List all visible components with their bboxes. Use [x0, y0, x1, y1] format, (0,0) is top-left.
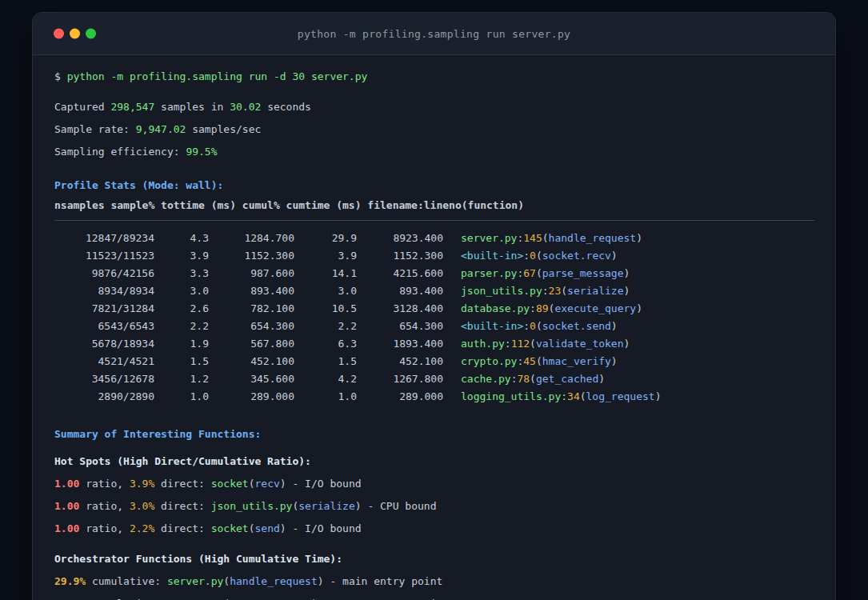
text-segment: auth.py — [461, 338, 505, 350]
text-segment: ( — [530, 373, 536, 385]
cell-tottime: 654.300 — [209, 318, 294, 335]
text-segment: parser.py — [461, 267, 517, 279]
text-segment: - main entry point — [324, 575, 443, 587]
capture-stats: Captured 298,547 samples in 30.02 second… — [54, 96, 814, 163]
text-segment: ) — [636, 232, 642, 244]
text-segment: 3.9% — [130, 478, 154, 490]
cell-cumul-pct: 1.5 — [294, 353, 357, 370]
cell-cumtime: 893.400 — [357, 282, 443, 300]
cell-sample-pct: 1.0 — [154, 388, 209, 406]
profile-stats-heading: Profile Stats (Mode: wall): — [54, 174, 814, 197]
text-segment: ( — [249, 522, 255, 534]
text-segment: send — [255, 522, 280, 534]
terminal-window: python -m profiling.sampling run server.… — [32, 12, 836, 600]
text-segment: serialize — [567, 285, 623, 297]
text-segment: 78 — [517, 373, 530, 385]
cell-nsamples: 7821/31284 — [54, 300, 154, 318]
text-segment: handle_request — [230, 575, 318, 587]
cell-nsamples: 8934/8934 — [54, 282, 154, 300]
text-segment: 89 — [536, 302, 549, 314]
text-segment: ( — [536, 250, 542, 262]
cell-cumul-pct: 1.0 — [294, 388, 357, 406]
zoom-button[interactable] — [86, 29, 96, 39]
cell-sample-pct: 3.9 — [154, 247, 209, 265]
text-segment: ratio, — [79, 500, 130, 512]
text-segment: ( — [536, 267, 542, 279]
text-segment: 9,947.02 — [136, 123, 186, 135]
cell-function: parser.py:67(parse_message) — [443, 265, 814, 282]
text-segment: direct: — [154, 500, 210, 512]
text-segment: 0 — [530, 250, 536, 262]
cell-cumul-pct: 2.2 — [294, 318, 357, 335]
text-segment: : — [530, 302, 536, 314]
text-segment: - I/O bound — [286, 478, 362, 490]
text-segment: 99.5% — [186, 146, 217, 158]
text-segment: crypto.py — [461, 355, 517, 367]
cell-sample-pct: 1.5 — [154, 353, 209, 370]
terminal-line: Captured 298,547 samples in 30.02 second… — [54, 96, 814, 118]
text-segment: ) — [611, 320, 618, 332]
cell-cumtime: 8923.400 — [357, 230, 443, 247]
terminal-line: Sampling efficiency: 99.5% — [54, 141, 814, 163]
text-segment: ) — [611, 250, 618, 262]
cell-nsamples: 9876/42156 — [54, 265, 154, 282]
cell-function: json_utils.py:23(serialize) — [443, 282, 814, 300]
text-segment: : — [542, 285, 549, 297]
text-segment: json_utils.py — [461, 285, 542, 297]
minimize-button[interactable] — [70, 29, 80, 39]
text-segment: ( — [542, 232, 549, 244]
stats-row: 9876/421563.3987.60014.14215.600parser.p… — [54, 265, 814, 282]
cell-tottime: 345.600 — [209, 370, 294, 388]
text-segment: <built-in> — [461, 250, 523, 262]
text-segment: 1.00 — [54, 522, 79, 534]
text-segment: 3.0% — [130, 500, 154, 512]
window-title: python -m profiling.sampling run server.… — [33, 28, 835, 40]
text-segment: handle_request — [549, 232, 637, 244]
text-segment: ratio, — [79, 522, 130, 534]
text-segment: ) — [636, 302, 642, 314]
cell-function: cache.py:78(get_cached) — [443, 370, 814, 388]
text-segment: validate_token — [536, 338, 624, 350]
cell-function: logging_utils.py:34(log_request) — [443, 388, 814, 406]
close-button[interactable] — [54, 29, 64, 39]
text-segment: 34 — [567, 390, 580, 402]
cell-cumtime: 1893.400 — [357, 335, 443, 353]
text-segment: : — [505, 338, 511, 350]
stats-row: 2890/28901.0289.0001.0289.000logging_uti… — [54, 388, 814, 406]
cell-function: auth.py:112(validate_token) — [443, 335, 814, 353]
cell-function: database.py:89(execute_query) — [443, 300, 814, 318]
cell-tottime: 289.000 — [209, 388, 294, 406]
terminal-line: 1.00 ratio, 3.9% direct: socket(recv) - … — [54, 473, 814, 495]
text-segment: seconds — [261, 101, 311, 113]
cell-cumul-pct: 3.9 — [294, 247, 357, 265]
text-segment: ) — [624, 338, 630, 350]
cell-tottime: 452.100 — [209, 353, 294, 370]
text-segment: get_cached — [536, 373, 598, 385]
cell-function: crypto.py:45(hmac_verify) — [443, 353, 814, 370]
text-segment: hmac_verify — [542, 355, 611, 367]
text-segment: : — [523, 320, 530, 332]
text-segment: ( — [249, 478, 255, 490]
text-segment: cache.py — [461, 373, 511, 385]
cell-cumul-pct: 29.9 — [294, 230, 357, 247]
stats-row: 5678/189341.9567.8006.31893.400auth.py:1… — [54, 335, 814, 353]
stats-row: 11523/115233.91152.3003.91152.300<built-… — [54, 247, 814, 265]
cell-sample-pct: 3.3 — [154, 265, 209, 282]
cell-cumul-pct: 3.0 — [294, 282, 357, 300]
text-segment: 2.2% — [130, 522, 154, 534]
window-controls — [54, 29, 96, 39]
cell-tottime: 567.800 — [209, 335, 294, 353]
cell-cumtime: 4215.600 — [357, 265, 443, 282]
text-segment: ) — [611, 355, 618, 367]
cell-cumul-pct: 4.2 — [294, 370, 357, 388]
text-segment: 145 — [523, 232, 542, 244]
text-segment: ) — [355, 500, 362, 512]
cell-cumtime: 3128.400 — [357, 300, 443, 318]
text-segment: <built-in> — [461, 320, 523, 332]
text-segment: ) — [624, 285, 630, 297]
text-segment: recv — [255, 478, 280, 490]
cell-tottime: 1152.300 — [209, 247, 294, 265]
text-segment: ( — [580, 390, 586, 402]
stats-row: 8934/89343.0893.4003.0893.400json_utils.… — [54, 282, 814, 300]
text-segment: parse_message — [542, 267, 624, 279]
